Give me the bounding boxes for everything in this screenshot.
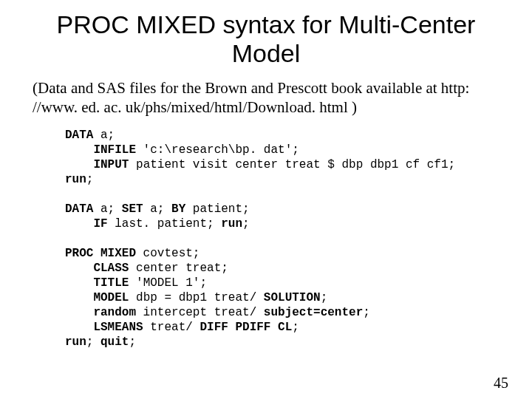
code-text: patient visit center treat $ dbp dbp1 cf… <box>129 158 455 171</box>
kw-lsmeans: LSMEANS <box>65 321 143 334</box>
code-text: last. patient; <box>108 217 222 231</box>
code-text: a; <box>143 202 171 216</box>
code-text: treat/ <box>143 321 200 334</box>
kw-run-2: run <box>221 217 242 231</box>
kw-diff-options: DIFF PDIFF CL <box>200 321 292 334</box>
slide-subtitle: (Data and SAS files for the Brown and Pr… <box>33 78 499 117</box>
code-text: ; <box>86 335 100 349</box>
code-text: patient; <box>185 202 249 216</box>
page-number: 45 <box>494 375 508 392</box>
slide-title: PROC MIXED syntax for Multi-Center Model <box>30 10 502 68</box>
kw-infile: INFILE <box>65 143 136 157</box>
code-text: ; <box>129 335 136 349</box>
code-text: ; <box>363 306 370 319</box>
kw-proc-mixed: PROC MIXED <box>65 247 136 260</box>
code-block: DATA a; INFILE 'c:\research\bp. dat'; IN… <box>65 128 532 349</box>
code-text: ; <box>292 321 299 334</box>
kw-title: TITLE <box>65 276 129 290</box>
code-text: dbp = dbp1 treat/ <box>129 291 263 304</box>
code-text: 'c:\research\bp. dat'; <box>136 143 299 157</box>
kw-data-1: DATA <box>65 129 93 142</box>
slide: PROC MIXED syntax for Multi-Center Model… <box>0 10 532 399</box>
code-text: ; <box>242 217 250 231</box>
kw-input: INPUT <box>65 158 129 171</box>
kw-if: IF <box>65 217 108 231</box>
kw-solution: SOLUTION <box>264 291 321 304</box>
code-text: 'MODEL 1'; <box>129 276 207 290</box>
kw-random: random <box>65 306 136 319</box>
kw-run-3: run <box>65 335 86 349</box>
code-text: covtest; <box>136 247 200 260</box>
kw-by: BY <box>171 202 185 216</box>
code-text: ; <box>86 173 94 186</box>
code-text: a; <box>93 129 115 142</box>
kw-data-2: DATA <box>65 202 93 216</box>
kw-subject: subject=center <box>264 306 363 319</box>
kw-model: MODEL <box>65 291 129 304</box>
code-text: intercept treat/ <box>136 306 264 319</box>
kw-run-1: run <box>65 173 86 186</box>
code-text: center treat; <box>129 262 228 275</box>
kw-class: CLASS <box>65 262 129 275</box>
kw-quit: quit <box>100 335 129 349</box>
code-text: a; <box>93 202 121 216</box>
code-text: ; <box>321 291 328 304</box>
kw-set: SET <box>122 202 143 216</box>
